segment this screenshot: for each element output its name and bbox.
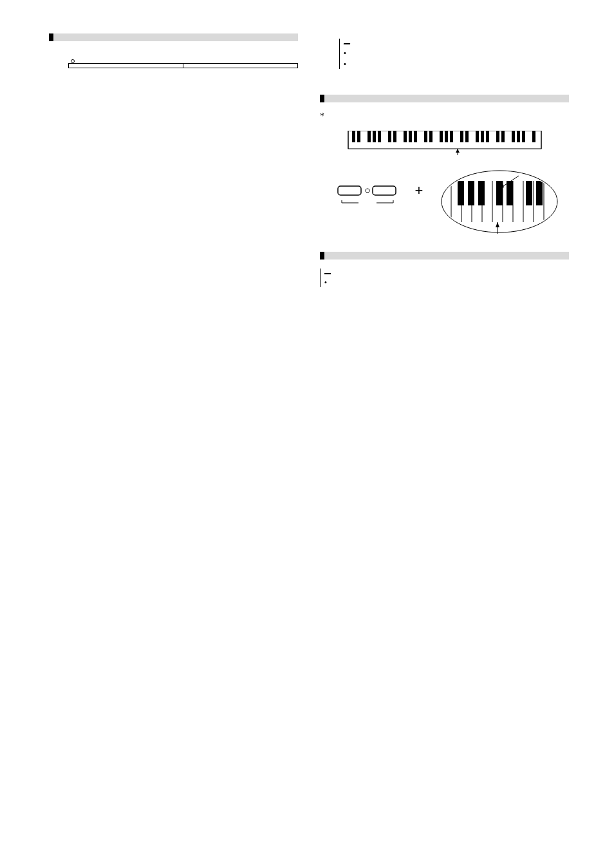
svg-rect-57 [526, 181, 532, 205]
svg-rect-7 [393, 131, 396, 142]
svg-rect-53 [468, 181, 474, 205]
svg-rect-8 [404, 131, 407, 142]
voice-list-table [68, 63, 298, 68]
svg-rect-20 [486, 131, 489, 142]
svg-rect-21 [496, 131, 499, 142]
th-voice-name [69, 64, 183, 68]
lamp-icon [71, 59, 75, 63]
svg-rect-2 [357, 131, 360, 142]
svg-rect-6 [388, 131, 391, 142]
svg-rect-15 [450, 131, 453, 142]
svg-rect-56 [507, 181, 513, 205]
svg-rect-10 [414, 131, 417, 142]
svg-rect-13 [440, 131, 443, 142]
svg-rect-4 [373, 131, 376, 142]
svg-rect-18 [476, 131, 479, 142]
section-selecting-voice [49, 33, 298, 41]
svg-rect-58 [536, 181, 543, 205]
svg-rect-14 [445, 131, 448, 142]
svg-rect-19 [481, 131, 484, 142]
svg-rect-52 [458, 181, 464, 205]
svg-rect-31 [338, 186, 361, 195]
svg-rect-25 [522, 131, 525, 142]
svg-point-32 [366, 189, 369, 193]
svg-rect-1 [352, 131, 355, 142]
svg-rect-55 [496, 181, 503, 205]
note-tag [344, 43, 350, 44]
section-dual [320, 252, 569, 259]
page-footer [561, 842, 569, 853]
svg-rect-11 [424, 131, 427, 142]
svg-rect-16 [460, 131, 463, 142]
svg-rect-9 [409, 131, 412, 142]
voice-button-diagram [68, 57, 298, 63]
svg-rect-5 [378, 131, 381, 142]
svg-text:+: + [414, 182, 423, 198]
svg-rect-23 [512, 131, 515, 142]
sound-boost-diagram: + [320, 131, 569, 236]
svg-rect-22 [501, 131, 505, 142]
svg-rect-24 [517, 131, 520, 142]
svg-rect-12 [429, 131, 433, 142]
note-tag [324, 273, 331, 274]
th-description [183, 64, 298, 68]
svg-marker-30 [456, 149, 460, 153]
svg-rect-3 [367, 131, 371, 142]
svg-rect-33 [373, 186, 396, 195]
section-sound-boost [320, 95, 569, 102]
svg-rect-54 [478, 181, 485, 205]
svg-rect-17 [465, 131, 469, 142]
sound-boost-ref: * [320, 111, 569, 122]
svg-rect-26 [532, 131, 535, 142]
